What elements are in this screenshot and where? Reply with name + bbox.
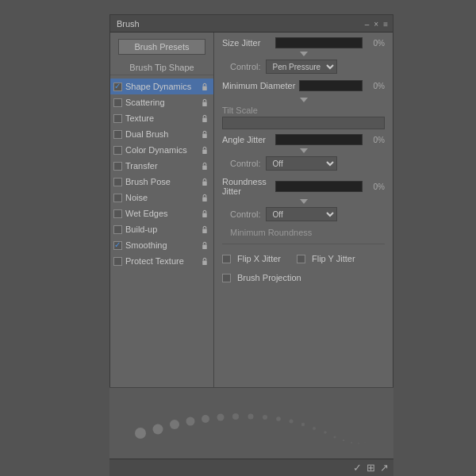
brush-preview bbox=[109, 387, 393, 459]
svg-point-17 bbox=[217, 414, 225, 421]
flip-y-label: Flip Y Jitter bbox=[312, 254, 355, 263]
svg-point-13 bbox=[153, 424, 163, 435]
list-item[interactable]: Transfer bbox=[110, 158, 213, 174]
item-label-noise: Noise bbox=[125, 193, 201, 202]
checkbox-protect-texture[interactable] bbox=[113, 257, 122, 266]
list-item[interactable]: Dual Brush bbox=[110, 126, 213, 142]
tilt-scale-bar[interactable] bbox=[222, 117, 385, 129]
flip-x-row: Flip X Jitter bbox=[222, 254, 281, 263]
checkbox-noise[interactable] bbox=[113, 194, 122, 202]
lock-icon bbox=[201, 178, 209, 186]
item-label-dual-brush: Dual Brush bbox=[125, 129, 201, 139]
checkbox-wet-edges[interactable] bbox=[113, 209, 122, 218]
list-item[interactable]: Noise bbox=[110, 190, 213, 205]
item-label-shape-dynamics: Shape Dynamics bbox=[125, 82, 201, 91]
svg-rect-10 bbox=[202, 244, 207, 249]
tilt-scale-label: Tilt Scale bbox=[222, 106, 385, 115]
checkbox-dual-brush[interactable] bbox=[113, 130, 122, 139]
size-jitter-expand[interactable] bbox=[300, 52, 308, 56]
flip-x-label: Flip X Jitter bbox=[237, 254, 281, 263]
lock-icon bbox=[201, 241, 209, 250]
item-label-transfer: Transfer bbox=[125, 161, 201, 171]
close-icon[interactable]: × bbox=[374, 19, 378, 28]
brush-presets-button[interactable]: Brush Presets bbox=[118, 39, 205, 55]
grid-icon[interactable]: ⊞ bbox=[367, 462, 375, 474]
panel-header-icons: – × ≡ bbox=[365, 19, 388, 28]
control-label-3: Control: bbox=[230, 209, 261, 219]
svg-rect-0 bbox=[202, 86, 207, 90]
control-label-1: Control: bbox=[230, 62, 261, 71]
svg-rect-2 bbox=[202, 117, 207, 122]
svg-point-21 bbox=[276, 416, 281, 421]
min-diameter-row: Minimum Diameter 0% bbox=[222, 80, 385, 91]
list-item[interactable]: Scattering bbox=[110, 94, 213, 110]
item-label-brush-pose: Brush Pose bbox=[125, 177, 201, 186]
size-jitter-slider-wrap: 0% bbox=[275, 37, 385, 48]
angle-jitter-label: Angle Jitter bbox=[222, 135, 275, 144]
roundness-jitter-value: 0% bbox=[366, 182, 385, 191]
minimize-icon[interactable]: – bbox=[365, 19, 370, 28]
divider bbox=[222, 244, 385, 244]
svg-point-14 bbox=[170, 420, 179, 429]
control-select-3[interactable]: Off Fade Pen Pressure bbox=[266, 207, 337, 221]
control-select-1[interactable]: Pen Pressure Off Fade Pen Tilt Stylus Wh… bbox=[266, 60, 337, 74]
svg-point-16 bbox=[202, 415, 209, 423]
checkbox-smoothing[interactable] bbox=[113, 241, 122, 250]
size-jitter-slider[interactable] bbox=[275, 37, 363, 48]
lock-icon bbox=[201, 209, 209, 218]
list-item[interactable]: Protect Texture bbox=[110, 253, 213, 269]
checkbox-brush-pose[interactable] bbox=[113, 178, 122, 186]
list-item[interactable]: Wet Edges bbox=[110, 205, 213, 221]
min-diameter-slider[interactable] bbox=[299, 80, 363, 91]
list-item[interactable]: Shape Dynamics bbox=[110, 79, 213, 94]
svg-point-24 bbox=[313, 427, 316, 430]
svg-point-25 bbox=[324, 431, 327, 434]
check-icon[interactable]: ✓ bbox=[353, 462, 362, 474]
svg-rect-5 bbox=[202, 165, 207, 170]
control-label-2: Control: bbox=[230, 159, 261, 168]
checkbox-texture[interactable] bbox=[113, 114, 122, 123]
item-label-protect-texture: Protect Texture bbox=[125, 256, 201, 266]
tilt-scale-expand[interactable] bbox=[300, 98, 308, 102]
export-icon[interactable]: ↗ bbox=[380, 462, 389, 474]
checkbox-transfer[interactable] bbox=[113, 162, 122, 171]
control-select-2[interactable]: Off Fade Pen Pressure bbox=[266, 156, 337, 171]
list-item[interactable]: Color Dynamics bbox=[110, 142, 213, 158]
brush-projection-label: Brush Projection bbox=[237, 273, 301, 282]
svg-rect-7 bbox=[202, 197, 207, 202]
svg-point-22 bbox=[290, 420, 294, 424]
svg-point-30 bbox=[364, 442, 365, 443]
svg-point-15 bbox=[186, 417, 195, 426]
flip-x-checkbox[interactable] bbox=[222, 255, 231, 263]
brush-projection-checkbox[interactable] bbox=[222, 274, 231, 282]
list-item[interactable]: Smoothing bbox=[110, 237, 213, 253]
roundness-jitter-slider[interactable] bbox=[275, 181, 363, 192]
control-row-1: Control: Pen Pressure Off Fade Pen Tilt … bbox=[230, 60, 385, 74]
list-item[interactable]: Build-up bbox=[110, 221, 213, 237]
svg-point-23 bbox=[301, 423, 305, 426]
list-item[interactable]: Brush Pose bbox=[110, 174, 213, 190]
checkbox-scattering[interactable] bbox=[113, 98, 122, 107]
lock-icon bbox=[201, 83, 209, 91]
min-diameter-label: Minimum Diameter bbox=[222, 81, 299, 90]
angle-jitter-expand[interactable] bbox=[300, 148, 308, 153]
lock-icon bbox=[201, 130, 209, 139]
svg-rect-4 bbox=[202, 149, 207, 154]
flip-y-checkbox[interactable] bbox=[297, 255, 305, 263]
svg-point-20 bbox=[263, 415, 267, 420]
svg-point-26 bbox=[334, 436, 336, 439]
checkbox-color-dynamics[interactable] bbox=[113, 146, 122, 155]
panel-title: Brush bbox=[117, 19, 140, 29]
lock-icon bbox=[201, 146, 209, 155]
lock-icon bbox=[201, 257, 209, 266]
checkbox-shape-dynamics[interactable] bbox=[113, 83, 122, 91]
angle-jitter-slider[interactable] bbox=[275, 134, 363, 145]
checkbox-buildup[interactable] bbox=[113, 225, 122, 234]
menu-icon[interactable]: ≡ bbox=[383, 19, 388, 28]
list-item[interactable]: Texture bbox=[110, 110, 213, 126]
svg-rect-1 bbox=[202, 102, 207, 106]
item-label-scattering: Scattering bbox=[125, 98, 201, 107]
angle-jitter-slider-wrap: 0% bbox=[275, 134, 385, 145]
roundness-jitter-expand[interactable] bbox=[300, 199, 308, 204]
svg-rect-11 bbox=[202, 260, 207, 265]
